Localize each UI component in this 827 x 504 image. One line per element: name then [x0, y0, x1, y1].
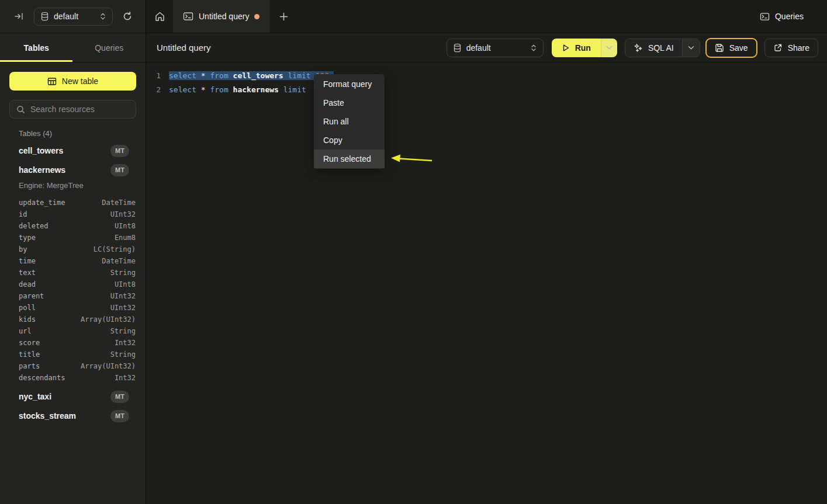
column-type: UInt32 [110, 210, 136, 218]
column-name: kids [19, 315, 36, 324]
run-button[interactable]: Run [552, 39, 601, 57]
sidebar-tab-tables[interactable]: Tables [0, 33, 73, 62]
sql-ai-split-button: SQL AI [625, 39, 700, 57]
column-row-dead: deadUInt8 [19, 279, 136, 290]
sql-ai-button[interactable]: SQL AI [625, 39, 682, 57]
run-split-button: Run [552, 39, 617, 57]
column-name: parts [19, 362, 40, 370]
token-tbl: hackernews [233, 85, 283, 94]
sql-ai-options-button[interactable] [682, 39, 700, 57]
line-number: 2 [146, 83, 161, 97]
column-type: UInt32 [110, 292, 136, 300]
column-name: type [19, 234, 36, 242]
token-kw: select [169, 85, 201, 94]
table-name: cell_towers [19, 146, 63, 155]
save-icon [715, 43, 724, 53]
collapse-sidebar-icon[interactable] [14, 12, 24, 21]
new-tab-icon[interactable] [279, 12, 288, 21]
table-row-cell-towers[interactable]: cell_towersMT [19, 144, 136, 157]
home-icon[interactable] [154, 11, 165, 22]
column-row-title: titleString [19, 349, 136, 360]
table-row-stocks-stream[interactable]: stocks_streamMT [19, 409, 136, 422]
sidebar: Tables Queries New table Tables (4) [0, 33, 146, 504]
sparkles-icon [634, 43, 643, 53]
share-button[interactable]: Share [764, 39, 818, 57]
column-type: UInt32 [110, 304, 136, 312]
chevron-down-icon [688, 46, 694, 50]
column-type: Int32 [115, 374, 136, 382]
column-name: time [19, 257, 36, 265]
column-type: Int32 [115, 339, 136, 347]
column-type: UInt8 [115, 280, 136, 289]
refresh-icon[interactable] [122, 11, 133, 22]
main-panel: Untitled query default [146, 33, 827, 504]
column-type: Array(UInt32) [81, 315, 136, 324]
table-name: nyc_taxi [19, 392, 51, 401]
database-selector-value: default [54, 12, 95, 21]
column-type: LC(String) [94, 245, 136, 253]
code-line-2[interactable]: 2select * from hackernews limit [146, 83, 827, 97]
terminal-icon [183, 12, 193, 21]
queries-icon [760, 12, 770, 21]
column-name: by [19, 245, 27, 253]
table-grid-icon [47, 77, 57, 86]
column-type: Array(UInt32) [81, 362, 136, 370]
column-row-descendants: descendantsInt32 [19, 372, 136, 384]
column-row-url: urlString [19, 325, 136, 337]
database-selector[interactable]: default [34, 8, 113, 26]
share-icon [773, 43, 783, 53]
code-text: select * from hackernews limit [169, 83, 311, 97]
toolbar-database-selector[interactable]: default [447, 39, 544, 57]
database-icon [453, 43, 462, 53]
sql-editor[interactable]: 1select * from cell_towers limit 100 2se… [146, 62, 827, 97]
toolbar-database-value: default [466, 43, 525, 53]
search-box[interactable] [9, 100, 136, 119]
queries-label: Queries [775, 12, 804, 21]
column-row-type: typeEnum8 [19, 232, 136, 244]
context-menu: Format queryPasteRun allCopyRun selected [314, 74, 385, 169]
topbar-sidebar-section: default [0, 0, 146, 33]
column-list: update_timeDateTimeidUInt32deletedUInt8t… [19, 197, 136, 384]
tab-untitled-query[interactable]: Untitled query [173, 0, 269, 33]
tab-bar: Untitled query Queries [146, 0, 827, 33]
column-row-update-time: update_timeDateTime [19, 197, 136, 208]
menu-item-copy[interactable]: Copy [314, 131, 385, 150]
column-type: String [110, 327, 136, 335]
column-type: String [110, 269, 136, 277]
menu-item-format-query[interactable]: Format query [314, 75, 385, 93]
token-kw: limit [283, 85, 311, 94]
column-row-kids: kidsArray(UInt32) [19, 314, 136, 325]
chevron-updown-icon [530, 44, 537, 52]
sidebar-tab-queries[interactable]: Queries [73, 33, 146, 62]
engine-badge: MT [110, 410, 129, 422]
column-name: id [19, 210, 27, 218]
token-tbl: cell_towers [233, 71, 288, 80]
token-op: * [201, 85, 210, 94]
search-icon [16, 105, 25, 114]
query-toolbar: Untitled query default [146, 33, 827, 62]
column-row-deleted: deletedUInt8 [19, 220, 136, 232]
column-name: score [19, 339, 40, 347]
search-input[interactable] [30, 105, 136, 114]
table-engine-label: Engine: MergeTree [19, 181, 136, 190]
save-label: Save [729, 43, 748, 53]
column-row-time: timeDateTime [19, 255, 136, 267]
menu-item-paste[interactable]: Paste [314, 93, 385, 112]
code-line-1[interactable]: 1select * from cell_towers limit 100 [146, 69, 827, 83]
run-options-button[interactable] [601, 39, 617, 57]
menu-item-run-all[interactable]: Run all [314, 112, 385, 131]
column-name: update_time [19, 199, 65, 207]
save-button[interactable]: Save [705, 38, 757, 58]
share-label: Share [788, 43, 809, 53]
token-kw: from [210, 85, 233, 94]
menu-item-run-selected[interactable]: Run selected [314, 150, 385, 168]
table-name: stocks_stream [19, 411, 76, 420]
table-row-hackernews[interactable]: hackernewsMT [19, 164, 136, 176]
table-row-nyc-taxi[interactable]: nyc_taxiMT [19, 390, 136, 403]
new-table-button[interactable]: New table [9, 72, 136, 91]
token-kw: select [169, 71, 201, 80]
sql-ai-label: SQL AI [648, 43, 674, 53]
column-row-parts: partsArray(UInt32) [19, 360, 136, 372]
queries-button[interactable]: Queries [760, 0, 804, 33]
column-type: Enum8 [115, 234, 136, 242]
